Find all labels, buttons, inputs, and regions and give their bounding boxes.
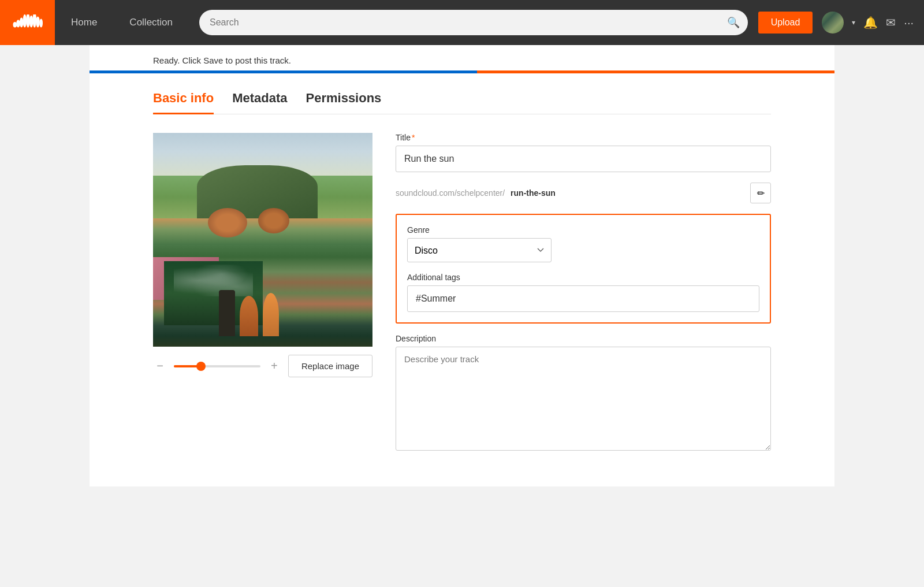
progress-filled — [90, 70, 477, 73]
painting-hills — [197, 165, 318, 219]
progress-bar — [90, 70, 834, 73]
desc-label: Description — [396, 334, 771, 343]
svg-point-7 — [36, 17, 40, 28]
genre-select[interactable]: Disco Alternative Rock Ambient Electroni… — [407, 238, 552, 262]
status-bar: Ready. Click Save to post this track. — [153, 45, 834, 70]
tags-input[interactable] — [407, 285, 759, 312]
svg-point-8 — [39, 18, 43, 27]
tabs: Basic info Metadata Permissions — [153, 91, 771, 114]
zoom-slider[interactable] — [174, 365, 260, 367]
main-content: Ready. Click Save to post this track. Ba… — [90, 45, 834, 486]
url-prefix: soundcloud.com/schelpcenter/ — [396, 188, 505, 198]
search-input[interactable] — [199, 10, 748, 35]
pencil-icon: ✏ — [757, 188, 765, 199]
tab-basic-info[interactable]: Basic info — [153, 91, 214, 114]
desc-field-group: Description — [396, 334, 771, 453]
tags-label: Additional tags — [407, 273, 759, 282]
genre-label: Genre — [407, 225, 759, 235]
title-label: Title* — [396, 133, 771, 142]
progress-unfilled — [477, 70, 834, 73]
nav-home[interactable]: Home — [55, 0, 113, 45]
tags-field-group: Additional tags — [407, 273, 759, 312]
required-star: * — [412, 133, 415, 142]
search-container: 🔍 — [199, 10, 748, 35]
nav-right: ▾ 🔔 ✉ ··· — [822, 12, 924, 34]
status-message: Ready. Click Save to post this track. — [153, 55, 291, 65]
tab-metadata[interactable]: Metadata — [232, 91, 287, 114]
zoom-out-button[interactable]: − — [153, 359, 167, 373]
zoom-in-button[interactable]: + — [267, 359, 281, 373]
edit-url-button[interactable]: ✏ — [750, 183, 771, 203]
more-options-icon[interactable]: ··· — [904, 16, 914, 29]
avatar[interactable] — [822, 12, 844, 34]
figure-2 — [240, 296, 258, 336]
navbar: Home Collection 🔍 Upload ▾ 🔔 ✉ ··· — [0, 0, 924, 45]
svg-point-0 — [13, 22, 17, 27]
svg-point-3 — [23, 14, 27, 28]
logo[interactable] — [0, 0, 55, 45]
avatar-chevron-icon[interactable]: ▾ — [852, 18, 855, 27]
url-slug: run-the-sun — [511, 188, 556, 198]
painting-haystack-2 — [258, 208, 289, 233]
figure-3 — [263, 293, 279, 336]
zoom-slider-fill — [174, 365, 198, 367]
svg-point-5 — [29, 16, 33, 28]
painting-haystack-1 — [208, 208, 247, 238]
svg-point-4 — [26, 14, 30, 28]
image-controls: − + Replace image — [153, 355, 372, 377]
desc-textarea[interactable] — [396, 347, 771, 451]
url-row: soundcloud.com/schelpcenter/run-the-sun … — [396, 183, 771, 203]
genre-tags-section: Genre Disco Alternative Rock Ambient Ele… — [396, 214, 771, 324]
image-section: − + Replace image — [153, 133, 372, 463]
tab-permissions[interactable]: Permissions — [306, 91, 382, 114]
search-icon: 🔍 — [727, 16, 740, 29]
track-image-inner — [153, 133, 372, 347]
svg-point-6 — [32, 14, 36, 28]
painting-figures — [219, 251, 318, 336]
nav-links: Home Collection — [55, 0, 189, 45]
title-field-group: Title* — [396, 133, 771, 172]
nav-collection[interactable]: Collection — [113, 0, 189, 45]
replace-image-button[interactable]: Replace image — [288, 355, 372, 377]
notifications-icon[interactable]: 🔔 — [863, 16, 878, 29]
upload-button[interactable]: Upload — [758, 12, 813, 34]
form-layout: − + Replace image Title* — [153, 133, 771, 463]
title-input[interactable] — [396, 146, 771, 172]
svg-point-2 — [19, 17, 23, 27]
genre-field-group: Genre Disco Alternative Rock Ambient Ele… — [407, 225, 759, 262]
track-image — [153, 133, 372, 347]
upload-card: Basic info Metadata Permissions — [136, 73, 788, 486]
svg-point-1 — [16, 20, 20, 27]
zoom-handle — [196, 362, 206, 371]
messages-icon[interactable]: ✉ — [886, 16, 896, 29]
form-fields: Title* soundcloud.com/schelpcenter/run-t… — [396, 133, 771, 463]
figure-1 — [219, 290, 235, 336]
